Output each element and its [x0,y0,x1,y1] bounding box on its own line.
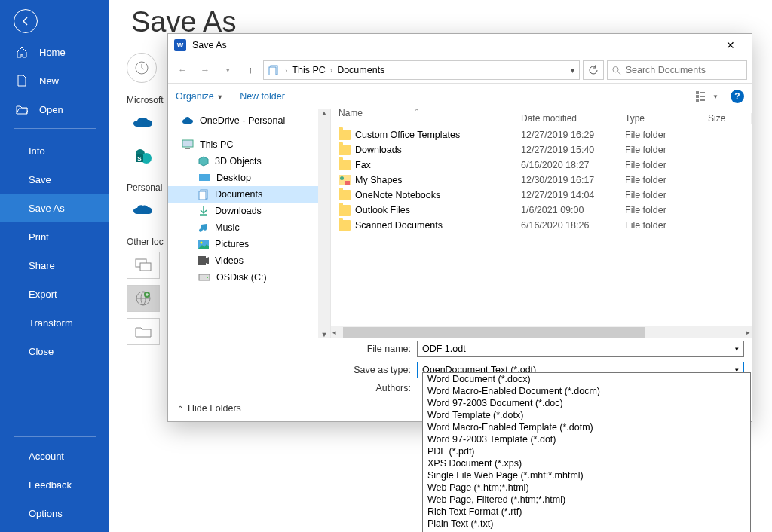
type-option[interactable]: Web Page (*.htm;*.html) [423,482,750,494]
file-list: Name Date modified Type Size ⌃ Custom Of… [331,109,752,338]
sidebar-item-share[interactable]: Share [0,251,109,280]
col-type[interactable]: Type [617,113,700,124]
sidebar-item-account[interactable]: Account [0,442,109,470]
dialog-toolbar: Organize ▼ New folder ▼ ? [168,84,752,109]
col-date[interactable]: Date modified [513,113,617,124]
sidebar-item-close[interactable]: Close [0,337,109,365]
add-place-icon[interactable] [127,285,160,312]
file-row[interactable]: Custom Office Templates12/27/2019 16:29F… [331,127,752,142]
search-input[interactable] [626,65,742,75]
col-size[interactable]: Size [700,113,752,124]
type-option[interactable]: PDF (*.pdf) [423,445,750,457]
hide-folders-button[interactable]: ⌃ Hide Folders [177,403,241,414]
onedrive-personal-icon[interactable] [127,197,160,225]
file-row[interactable]: My Shapes12/30/2019 16:17File folder [331,173,752,188]
sidebar-item-save-as[interactable]: Save As [0,194,109,222]
documents-icon [268,65,280,75]
nav-forward-button[interactable]: → [195,60,215,80]
backstage-sidebar: HomeNewOpen InfoSaveSave AsPrintShareExp… [0,0,109,532]
file-row[interactable]: OneNote Notebooks12/27/2019 14:04File fo… [331,188,752,203]
help-button[interactable]: ? [731,90,744,103]
nav-recent-button[interactable]: ▾ [218,60,237,80]
type-option[interactable]: Word Macro-Enabled Document (*.docm) [423,385,750,397]
type-option[interactable]: Single File Web Page (*.mht;*.mhtml) [423,469,750,482]
new-folder-button[interactable]: New folder [240,91,285,102]
tree-item-desktop[interactable]: Desktop [168,170,330,186]
tree-item-osdisk-c-[interactable]: OSDisk (C:) [168,269,330,286]
file-row[interactable]: Fax6/16/2020 18:27File folder [331,157,752,173]
tree-item-this-pc[interactable]: This PC [168,136,330,153]
this-pc-icon[interactable] [127,252,160,279]
sidebar-item-options[interactable]: Options [0,499,109,527]
filename-field[interactable]: ODF 1.odt ▾ [417,341,744,357]
sidebar-separator [14,128,96,129]
horizontal-scrollbar[interactable]: ◂▸ [331,326,752,338]
type-option[interactable]: Word 97-2003 Template (*.dot) [423,433,750,445]
sidebar-item-export[interactable]: Export [0,280,109,308]
section-label: Other loc [127,237,170,247]
tree-item-downloads[interactable]: Downloads [168,203,330,219]
sidebar-label: Info [29,145,45,157]
sidebar-item-new[interactable]: New [0,66,109,95]
music-icon [198,222,209,233]
browse-icon[interactable] [127,318,160,345]
view-options-button[interactable]: ▼ [694,88,720,105]
search-box[interactable] [607,60,747,80]
tree-item-onedrive-personal[interactable]: OneDrive - Personal [168,112,330,129]
vids-icon [198,256,209,265]
type-option[interactable]: Word Template (*.dotx) [423,409,750,421]
tree-item-documents[interactable]: Documents [168,186,330,203]
type-option[interactable]: Web Page, Filtered (*.htm;*.html) [423,494,750,506]
file-type: File folder [617,145,700,155]
breadcrumb-part[interactable]: Documents [337,65,384,75]
sidebar-item-feedback[interactable]: Feedback [0,470,109,499]
type-option[interactable]: Word 97-2003 Document (*.doc) [423,397,750,409]
word-icon: W [174,39,186,51]
close-button[interactable]: ✕ [715,39,746,51]
sharepoint-icon[interactable]: S [127,143,160,170]
organize-button[interactable]: Organize ▼ [176,91,223,102]
file-row[interactable]: Outlook Files1/6/2021 09:00File folder [331,203,752,218]
onedrive-icon[interactable] [127,110,160,137]
docs-icon [198,189,209,200]
nav-up-button[interactable]: ↑ [240,60,260,80]
type-option[interactable]: Word Macro-Enabled Template (*.dotm) [423,421,750,433]
sidebar-item-transform[interactable]: Transform [0,308,109,337]
sidebar-item-home[interactable]: Home [0,38,109,66]
chevron-down-icon[interactable]: ▾ [735,345,739,353]
svg-rect-16 [700,96,705,97]
authors-label: Authors: [168,383,411,393]
back-button[interactable] [14,9,38,33]
svg-point-24 [201,242,203,244]
tree-scrollbar[interactable]: ▲▼ [318,109,330,338]
tree-item-music[interactable]: Music [168,219,330,236]
col-name[interactable]: Name [331,109,513,129]
sidebar-item-open[interactable]: Open [0,95,109,124]
sidebar-item-save[interactable]: Save [0,165,109,194]
tree-item-3d-objects[interactable]: 3D Objects [168,153,330,170]
address-bar[interactable]: › This PC › Documents ▾ [263,60,580,80]
sidebar-item-print[interactable]: Print [0,222,109,251]
tree-label: OSDisk (C:) [216,272,267,283]
file-row[interactable]: Downloads12/27/2019 15:40File folder [331,142,752,157]
recent-icon[interactable] [127,53,157,83]
type-option[interactable]: Plain Text (*.txt) [423,518,750,530]
sidebar-label: Transform [29,317,73,329]
type-option[interactable]: Word Document (*.docx) [423,373,750,385]
file-row[interactable]: Scanned Documents6/16/2020 18:26File fol… [331,218,752,233]
saveastype-dropdown: Word Document (*.docx)Word Macro-Enabled… [422,372,751,532]
cloud-icon [182,116,194,125]
folder-icon [339,205,351,216]
file-type: File folder [617,190,700,200]
nav-back-button[interactable]: ← [173,60,192,80]
sidebar-item-info[interactable]: Info [0,136,109,165]
chevron-down-icon[interactable]: ▾ [571,66,574,75]
tree-item-videos[interactable]: Videos [168,252,330,269]
type-option[interactable]: XPS Document (*.xps) [423,457,750,469]
tree-item-pictures[interactable]: Pictures [168,236,330,252]
save-as-dialog: W Save As ✕ ← → ▾ ↑ › This PC › Document… [167,33,752,422]
type-option[interactable]: Rich Text Format (*.rtf) [423,506,750,518]
breadcrumb-part[interactable]: This PC [292,65,325,75]
refresh-button[interactable] [583,60,604,80]
sidebar-label: Save As [29,203,65,214]
